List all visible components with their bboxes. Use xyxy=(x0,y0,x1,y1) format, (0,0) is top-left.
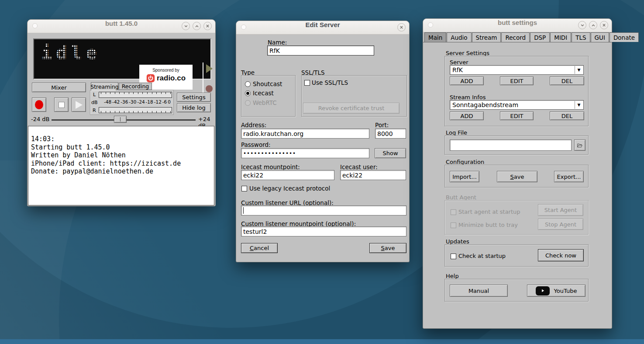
stream-status-text: idle xyxy=(41,42,101,63)
mixer-button[interactable]: Mixer xyxy=(32,83,86,92)
icecast-user-field[interactable]: ecki22 xyxy=(340,170,406,180)
log-file-field[interactable] xyxy=(450,139,572,151)
port-label: Port: xyxy=(375,122,389,129)
tab-midi[interactable]: MIDI xyxy=(550,32,571,42)
window-controls xyxy=(182,22,212,30)
tab-dsp[interactable]: DSP xyxy=(530,32,550,42)
show-password-button[interactable]: Show xyxy=(375,148,406,158)
import-button[interactable]: Import... xyxy=(450,171,479,182)
custom-url-field[interactable] xyxy=(241,205,406,215)
tab-record[interactable]: Record xyxy=(501,32,530,42)
gain-slider-handle[interactable] xyxy=(114,116,127,123)
meter-left-label: L xyxy=(93,92,96,97)
meter-scale: -48 -42 -36 -30 -24 -18 -12 -6 0 xyxy=(99,99,172,104)
tab-donate[interactable]: Donate xyxy=(610,32,639,42)
stream-del-button[interactable]: DEL xyxy=(550,111,584,120)
record-button[interactable] xyxy=(32,97,46,112)
maximize-button[interactable] xyxy=(193,22,201,30)
tab-recording[interactable]: Recording xyxy=(119,83,152,90)
password-field[interactable]: ••••••••••••••• xyxy=(241,148,369,158)
main-titlebar[interactable]: butt 1.45.0 xyxy=(28,20,215,33)
server-edit-button[interactable]: EDIT xyxy=(500,76,534,85)
tab-audio[interactable]: Audio xyxy=(447,32,471,42)
play-icon xyxy=(76,101,83,109)
config-save-button[interactable]: Save xyxy=(497,171,537,182)
chevron-down-icon xyxy=(184,24,188,28)
stream-edit-button[interactable]: EDIT xyxy=(500,111,534,120)
server-settings-label: Server Settings xyxy=(446,50,489,56)
radio-shoutcast[interactable] xyxy=(245,81,251,87)
cancel-button-label: ancel xyxy=(254,245,269,251)
configuration-label: Configuration xyxy=(446,159,484,165)
hide-log-button[interactable]: Hide log xyxy=(177,103,211,112)
close-button[interactable] xyxy=(600,21,608,29)
settings-button[interactable]: Settings xyxy=(177,93,211,102)
close-button[interactable] xyxy=(397,23,406,31)
server-dropdown-value: RfK xyxy=(452,66,463,73)
custom-mountpoint-field[interactable]: testurl2 xyxy=(241,226,406,236)
radio-icecast-label: Icecast xyxy=(253,90,274,97)
log-output[interactable]: 14:03: Starting butt 1.45.0 Written by D… xyxy=(28,126,214,205)
minimize-button[interactable] xyxy=(578,21,586,29)
log-line: iPhone/iPad client: https://izicast.de xyxy=(31,160,210,168)
check-at-startup-label: Check at startup xyxy=(458,253,506,259)
dropdown-arrow-icon[interactable]: ▼ xyxy=(575,66,583,74)
log-file-browse-button[interactable] xyxy=(574,139,585,151)
port-field[interactable]: 8000 xyxy=(375,129,406,139)
meter-right-label: R xyxy=(93,108,96,113)
settings-tab-bar: Main Audio Stream Record DSP MIDI TLS GU… xyxy=(423,32,612,42)
stop-icon xyxy=(59,102,65,108)
settings-titlebar[interactable]: butt settings xyxy=(423,19,612,32)
tab-stream[interactable]: Stream xyxy=(472,32,501,42)
config-save-mnemonic: S xyxy=(510,174,514,180)
updates-group: Check at startup Check now xyxy=(444,244,589,267)
stream-infos-dropdown[interactable]: Sonntagabendstream ▼ xyxy=(450,100,584,110)
check-at-startup-checkbox[interactable] xyxy=(451,254,456,259)
use-ssl-checkbox[interactable] xyxy=(304,80,310,86)
youtube-button[interactable]: YouTube xyxy=(527,285,585,297)
start-agent-button: Start Agent xyxy=(538,204,583,216)
tab-streaming[interactable]: Streaming xyxy=(91,82,118,90)
edit-server-titlebar[interactable]: Edit Server xyxy=(236,21,409,35)
tab-main[interactable]: Main xyxy=(424,32,446,42)
record-icon xyxy=(35,100,43,109)
save-button[interactable]: Save xyxy=(369,243,406,253)
address-field[interactable]: radio.krautchan.org xyxy=(241,129,369,139)
legacy-protocol-checkbox[interactable] xyxy=(241,186,247,191)
sponsor-brand-text: radio.co xyxy=(157,74,186,83)
close-icon xyxy=(399,25,403,29)
minimize-tray-checkbox xyxy=(451,222,456,228)
tab-tls[interactable]: TLS xyxy=(572,32,590,42)
config-save-label: ave xyxy=(514,174,524,180)
server-del-button[interactable]: DEL xyxy=(550,76,584,85)
save-button-mnemonic: S xyxy=(381,245,385,251)
server-settings-group: Server RfK ▼ ADD EDIT DEL Stream Infos S… xyxy=(444,56,589,126)
close-button[interactable] xyxy=(203,22,212,30)
gain-min-label: -24 dB xyxy=(31,116,50,122)
check-now-button[interactable]: Check now xyxy=(538,249,584,261)
name-field[interactable]: RfK xyxy=(267,45,374,56)
mountpoint-field[interactable]: ecki22 xyxy=(241,170,334,180)
radio-icecast[interactable] xyxy=(245,90,251,96)
maximize-button[interactable] xyxy=(589,21,597,29)
window-controls xyxy=(578,21,608,29)
revoke-certificate-button: Revoke certificate trust xyxy=(303,103,399,114)
minimize-button[interactable] xyxy=(182,22,190,30)
server-add-button[interactable]: ADD xyxy=(450,76,484,85)
cancel-button[interactable]: Cancel xyxy=(241,243,278,253)
dropdown-arrow-icon[interactable]: ▼ xyxy=(575,101,583,109)
tab-gui[interactable]: GUI xyxy=(591,32,609,42)
play-button[interactable] xyxy=(72,97,86,112)
manual-button[interactable]: Manual xyxy=(450,285,508,297)
record-indicator-icon xyxy=(206,85,213,92)
stream-infos-label: Stream Infos xyxy=(450,94,486,101)
server-dropdown[interactable]: RfK ▼ xyxy=(450,65,584,75)
stream-add-button[interactable]: ADD xyxy=(450,111,484,120)
desktop-background: butt 1.45.0 idle Sponsored by radio.co M… xyxy=(0,0,644,344)
log-file-group xyxy=(444,136,589,155)
radio-webrtc xyxy=(245,100,251,106)
export-button[interactable]: Export... xyxy=(554,171,584,182)
butt-settings-window: butt settings Main Audio Stream Record D… xyxy=(423,18,612,329)
stop-button[interactable] xyxy=(54,97,69,112)
help-label: Help xyxy=(446,273,459,279)
